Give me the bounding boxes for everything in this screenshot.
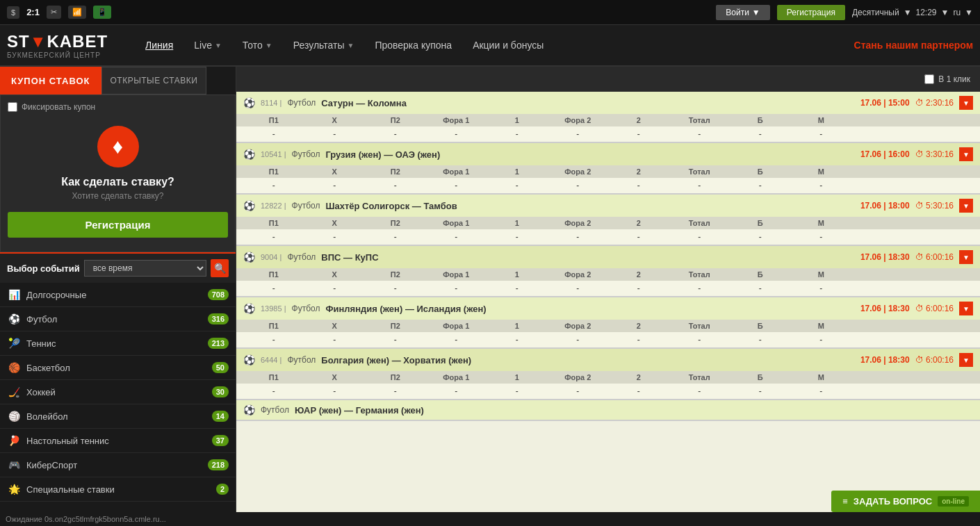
odds-value[interactable]: -	[608, 129, 669, 139]
odds-value[interactable]: -	[548, 181, 609, 190]
odds-value[interactable]: -	[548, 335, 609, 345]
sport-item-longterm[interactable]: 📊 Долгосрочные 708	[0, 283, 236, 307]
odds-value[interactable]: -	[487, 335, 548, 345]
odds-value[interactable]: -	[304, 129, 366, 139]
odds-value[interactable]: -	[669, 283, 730, 293]
format-label[interactable]: Десятичный	[852, 8, 899, 17]
odds-value[interactable]: -	[608, 335, 669, 345]
login-button[interactable]: Войти ▼	[716, 5, 769, 20]
lang-display[interactable]: ru	[953, 8, 961, 17]
odds-value[interactable]: -	[304, 335, 366, 345]
odds-value[interactable]: -	[243, 129, 304, 139]
odds-value[interactable]: -	[426, 283, 487, 293]
odds-value[interactable]: -	[365, 386, 426, 396]
odds-value[interactable]: -	[608, 232, 669, 242]
odds-value[interactable]: -	[365, 181, 426, 190]
odds-value[interactable]: -	[730, 181, 791, 190]
odds-value[interactable]: -	[243, 386, 304, 396]
odds-value[interactable]: -	[426, 129, 487, 139]
nav-item-promotions[interactable]: Акции и бонусы	[463, 35, 553, 55]
open-bets-button[interactable]: ОТКРЫТЫЕ СТАВКИ	[101, 67, 207, 94]
odds-value[interactable]: -	[791, 283, 852, 293]
odds-value[interactable]: -	[304, 386, 366, 396]
odds-value[interactable]: -	[791, 386, 852, 396]
odds-value[interactable]: -	[365, 129, 426, 139]
register-button[interactable]: Регистрация	[777, 5, 845, 20]
sport-item-tabletennis[interactable]: 🏓 Настольный теннис 37	[0, 429, 236, 453]
mobile-icon[interactable]: 📱	[93, 6, 111, 19]
odds-value[interactable]: -	[791, 335, 852, 345]
event-filter-select[interactable]: все время	[84, 260, 206, 277]
odds-value[interactable]: -	[548, 232, 609, 242]
match-expand-button[interactable]: ▼	[959, 302, 973, 315]
odds-value[interactable]: -	[426, 386, 487, 396]
fix-coupon-checkbox[interactable]	[8, 102, 17, 112]
match-expand-button[interactable]: ▼	[959, 250, 973, 264]
odds-value[interactable]: -	[730, 335, 791, 345]
odds-value[interactable]: -	[304, 283, 366, 293]
dollar-icon[interactable]: $	[7, 6, 19, 19]
odds-value[interactable]: -	[487, 283, 548, 293]
odds-value[interactable]: -	[791, 232, 852, 242]
one-click-checkbox[interactable]	[924, 74, 934, 84]
stats-icon[interactable]: 📶	[68, 6, 86, 19]
odds-value[interactable]: -	[669, 386, 730, 396]
logo[interactable]: ST▼KABET БУКМЕКЕРСКИЙ ЦЕНТР	[7, 32, 108, 59]
odds-value[interactable]: -	[243, 232, 304, 242]
odds-value[interactable]: -	[243, 181, 304, 190]
sport-item-volleyball[interactable]: 🏐 Волейбол 14	[0, 404, 236, 429]
sport-item-esports[interactable]: 🎮 КиберСпорт 218	[0, 453, 236, 477]
sport-item-special[interactable]: 🌟 Специальные ставки 2	[0, 477, 236, 502]
sport-item-football[interactable]: ⚽ Футбол 316	[0, 307, 236, 331]
nav-item-liniya[interactable]: Линия	[136, 35, 183, 55]
odds-value[interactable]: -	[730, 283, 791, 293]
match-expand-button[interactable]: ▼	[959, 147, 973, 161]
sport-item-hockey[interactable]: 🏒 Хоккей 30	[0, 380, 236, 404]
odds-value[interactable]: -	[426, 335, 487, 345]
odds-value[interactable]: -	[791, 129, 852, 139]
partial-sport: Футбол	[261, 405, 289, 415]
match-expand-button[interactable]: ▼	[959, 353, 973, 367]
odds-value[interactable]: -	[548, 129, 609, 139]
nav-item-toto[interactable]: Тото ▼	[233, 35, 282, 55]
odds-value[interactable]: -	[730, 129, 791, 139]
odds-value[interactable]: -	[487, 386, 548, 396]
chat-widget[interactable]: ≡ ЗАДАТЬ ВОПРОС on-line	[831, 491, 980, 512]
odds-value[interactable]: -	[669, 335, 730, 345]
odds-value[interactable]: -	[608, 386, 669, 396]
odds-value[interactable]: -	[487, 232, 548, 242]
odds-value[interactable]: -	[608, 283, 669, 293]
odds-value[interactable]: -	[669, 129, 730, 139]
odds-value[interactable]: -	[548, 386, 609, 396]
match-expand-button[interactable]: ▼	[959, 199, 973, 213]
odds-value[interactable]: -	[243, 335, 304, 345]
odds-value[interactable]: -	[669, 232, 730, 242]
coupon-icon	[97, 126, 139, 167]
odds-value[interactable]: -	[365, 335, 426, 345]
nav-item-live[interactable]: Live ▼	[184, 35, 231, 55]
odds-value[interactable]: -	[365, 232, 426, 242]
odds-value[interactable]: -	[487, 181, 548, 190]
match-expand-button[interactable]: ▼	[959, 96, 973, 110]
odds-value[interactable]: -	[730, 232, 791, 242]
odds-value[interactable]: -	[608, 181, 669, 190]
odds-value[interactable]: -	[365, 283, 426, 293]
nav-item-check-coupon[interactable]: Проверка купона	[365, 35, 462, 55]
odds-value[interactable]: -	[548, 283, 609, 293]
odds-value[interactable]: -	[304, 232, 366, 242]
odds-value[interactable]: -	[791, 181, 852, 190]
partner-link[interactable]: Стань нашим партнером	[854, 40, 973, 51]
bet-icon[interactable]: ✂	[47, 6, 61, 19]
sport-item-tennis[interactable]: 🎾 Теннис 213	[0, 331, 236, 356]
sport-item-basketball[interactable]: 🏀 Баскетбол 50	[0, 356, 236, 380]
odds-value[interactable]: -	[426, 232, 487, 242]
odds-value[interactable]: -	[730, 386, 791, 396]
odds-value[interactable]: -	[304, 181, 366, 190]
registration-button[interactable]: Регистрация	[8, 212, 228, 238]
odds-value[interactable]: -	[669, 181, 730, 190]
odds-value[interactable]: -	[426, 181, 487, 190]
odds-value[interactable]: -	[243, 283, 304, 293]
nav-item-results[interactable]: Результаты ▼	[284, 35, 364, 55]
odds-value[interactable]: -	[487, 129, 548, 139]
search-button[interactable]: 🔍	[211, 259, 229, 277]
